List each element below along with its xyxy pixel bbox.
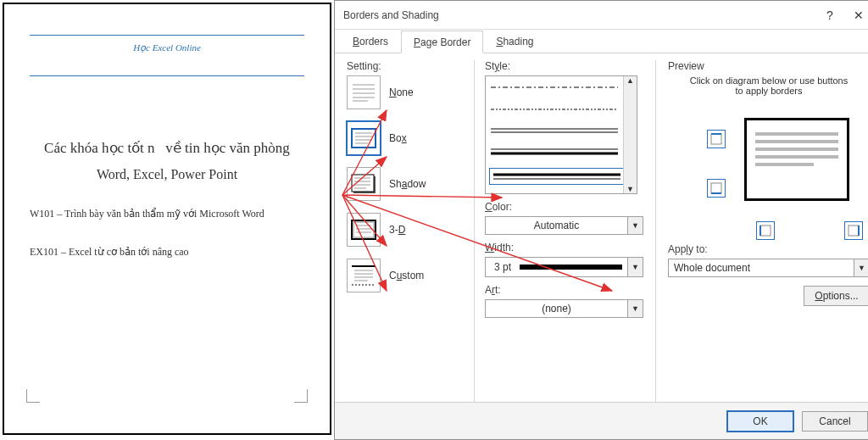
label-custom: CustomCustom bbox=[389, 270, 424, 281]
dropdown-icon[interactable]: ▼ bbox=[627, 217, 643, 234]
label-3d: 3-D3-D bbox=[389, 224, 405, 236]
style-listbox[interactable]: ▲▼ bbox=[485, 75, 637, 194]
edge-right-button[interactable] bbox=[844, 221, 863, 240]
titlebar: Borders and Shading ? ✕ bbox=[335, 1, 868, 30]
dialog-borders-shading: Borders and Shading ? ✕ BBordersorders P… bbox=[334, 0, 868, 440]
hr-bottom bbox=[30, 75, 304, 76]
preview-column: Preview Click on diagram below or use bu… bbox=[655, 60, 868, 402]
preview-diagram bbox=[692, 103, 868, 238]
dropdown-icon[interactable]: ▼ bbox=[627, 258, 643, 276]
shadow-icon bbox=[347, 167, 381, 201]
style-label: Style:Style: bbox=[485, 60, 643, 72]
art-value: (none) bbox=[486, 303, 627, 315]
scrollbar[interactable]: ▲▼ bbox=[623, 76, 637, 193]
crop-mark-br bbox=[294, 389, 308, 403]
setting-3d[interactable]: 3-D3-D bbox=[347, 213, 462, 247]
svg-rect-41 bbox=[849, 226, 859, 236]
setting-box[interactable]: BoxBox bbox=[347, 121, 462, 155]
style-item-selected[interactable] bbox=[489, 168, 633, 185]
ok-button[interactable]: OK bbox=[727, 411, 793, 432]
scroll-up-icon[interactable]: ▲ bbox=[626, 76, 634, 85]
setting-label: Setting: bbox=[347, 60, 462, 72]
three-d-icon bbox=[347, 213, 381, 247]
style-item[interactable] bbox=[491, 80, 632, 98]
style-column: Style:Style: ▲▼ Color:Color: Automatic ▼ bbox=[474, 60, 643, 402]
width-preview-bar bbox=[520, 265, 622, 270]
site-name: Học Excel Online bbox=[30, 42, 304, 53]
width-value: 3 pt bbox=[486, 261, 520, 273]
svg-rect-37 bbox=[711, 183, 721, 193]
apply-to-label: Apply to:Apply to: bbox=[668, 243, 868, 255]
page-canvas: Học Excel Online Các khóa học tốt n về t… bbox=[3, 3, 331, 435]
options-button[interactable]: Options...Options... bbox=[804, 286, 868, 306]
close-button[interactable]: ✕ bbox=[844, 1, 868, 30]
art-label: Art:Art: bbox=[485, 284, 643, 296]
doc-line-1: W101 – Trình bày văn bản thẩm mỹ với Mic… bbox=[30, 208, 304, 220]
dropdown-icon[interactable]: ▼ bbox=[627, 300, 643, 317]
apply-to-combo[interactable]: Whole document ▼ bbox=[668, 259, 868, 277]
crop-mark-bl bbox=[26, 389, 40, 403]
style-item[interactable] bbox=[491, 102, 632, 120]
label-box: BoxBox bbox=[389, 132, 407, 144]
preview-page[interactable] bbox=[744, 118, 849, 201]
doc-heading-2: Word, Excel, Power Point bbox=[30, 167, 304, 182]
custom-icon bbox=[347, 259, 381, 292]
preview-hint: Click on diagram below or use buttonsto … bbox=[668, 75, 868, 96]
dialog-footer: OK Cancel bbox=[335, 402, 868, 439]
width-label: Width:Width: bbox=[485, 242, 643, 253]
cancel-button[interactable]: Cancel bbox=[802, 411, 868, 432]
style-item[interactable] bbox=[491, 124, 632, 142]
svg-rect-5 bbox=[352, 129, 376, 148]
label-none: NoneNone bbox=[389, 86, 414, 98]
edge-left-button[interactable] bbox=[756, 221, 775, 240]
svg-rect-39 bbox=[760, 226, 771, 236]
svg-rect-35 bbox=[711, 134, 721, 144]
preview-label: Preview bbox=[668, 60, 868, 72]
style-item[interactable] bbox=[491, 146, 632, 164]
width-combo[interactable]: 3 pt ▼ bbox=[485, 257, 643, 277]
setting-custom[interactable]: CustomCustom bbox=[347, 259, 462, 292]
tab-borders[interactable]: BBordersorders bbox=[340, 30, 401, 53]
help-button[interactable]: ? bbox=[815, 1, 844, 30]
doc-heading-1: Các khóa học tốt n về tin học văn phòng bbox=[30, 139, 304, 157]
setting-column: Setting: NoneNone BoxBox bbox=[347, 60, 462, 402]
color-combo[interactable]: Automatic ▼ bbox=[485, 216, 643, 235]
tab-strip: BBordersorders Page BorderPage Border Sh… bbox=[335, 30, 868, 53]
setting-none[interactable]: NoneNone bbox=[347, 75, 462, 109]
edge-top-button[interactable] bbox=[707, 130, 726, 148]
dropdown-icon[interactable]: ▼ bbox=[854, 259, 868, 276]
document-page: Học Excel Online Các khóa học tốt n về t… bbox=[0, 0, 334, 440]
svg-rect-16 bbox=[352, 220, 376, 239]
tab-shading[interactable]: ShadingShading bbox=[483, 30, 546, 53]
art-combo[interactable]: (none) ▼ bbox=[485, 299, 643, 318]
tab-page-border[interactable]: Page BorderPage Border bbox=[401, 31, 483, 53]
doc-line-2: EX101 – Excel từ cơ bản tới nâng cao bbox=[30, 246, 304, 259]
svg-rect-11 bbox=[352, 175, 374, 192]
color-label: Color:Color: bbox=[485, 201, 643, 213]
dialog-title: Borders and Shading bbox=[343, 9, 815, 21]
box-icon bbox=[347, 121, 381, 155]
label-shadow: ShadowShadow bbox=[389, 178, 426, 190]
setting-shadow[interactable]: ShadowShadow bbox=[347, 167, 462, 201]
color-value: Automatic bbox=[486, 220, 627, 231]
scroll-down-icon[interactable]: ▼ bbox=[626, 185, 634, 193]
none-icon bbox=[347, 75, 381, 109]
edge-bottom-button[interactable] bbox=[707, 179, 726, 198]
apply-to-value: Whole document bbox=[669, 262, 854, 274]
hr-top bbox=[30, 35, 304, 36]
